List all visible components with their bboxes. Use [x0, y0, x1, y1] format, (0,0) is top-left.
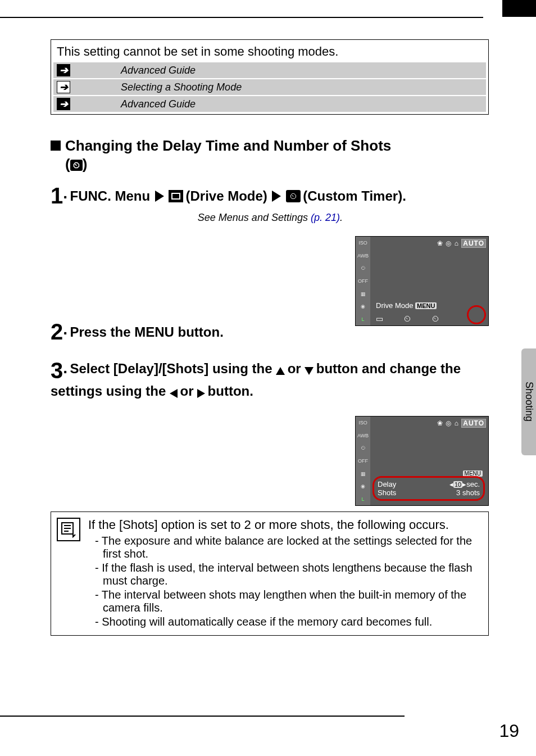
arrow-icon: ➔: [57, 64, 70, 76]
lcd-single-icon: ▭: [376, 314, 383, 323]
lcd-delay-value: ◂10▸sec.: [449, 480, 480, 488]
page-corner-tab: [502, 0, 536, 17]
arrow-down-icon: [305, 367, 314, 375]
lcd-disp-icon: ❀ ◎ ⌂: [437, 239, 461, 247]
step-number: 2: [51, 319, 63, 345]
lcd-shots-row: Shots 3 shots: [378, 488, 480, 497]
lcd-sidebar: ISO AWB ⏲ OFF ▦ ◉ L: [356, 237, 370, 325]
step-text: or: [180, 383, 197, 399]
lcd-delay-label: Delay: [378, 480, 396, 488]
lcd-off-icon: OFF: [358, 278, 368, 284]
lcd-size-icon: L: [361, 496, 364, 502]
info-row-label: Selecting a Shooting Mode: [121, 82, 242, 93]
step-text: button.: [208, 383, 253, 399]
lcd-menu-badge: MENU: [415, 302, 437, 309]
lcd-delay-row: Delay ◂10▸sec.: [378, 480, 480, 488]
arrow-icon: ➔: [57, 98, 70, 110]
step-text: FUNC. Menu: [70, 188, 150, 203]
info-row-label: Advanced Guide: [121, 65, 196, 76]
lcd-timer2-icon: ⏲: [431, 314, 439, 323]
heading-bullet-icon: [51, 141, 61, 151]
note-item: The exposure and white balance are locke…: [88, 535, 483, 560]
lcd-iso-icon: ISO: [358, 240, 367, 246]
step-dot: .: [63, 320, 67, 338]
lcd-off-icon: OFF: [358, 458, 368, 464]
note-body: If the [Shots] option is set to 2 or mor…: [88, 518, 483, 630]
section-heading: Changing the Delay Time and Number of Sh…: [51, 137, 489, 173]
heading-text: Changing the Delay Time and Number of Sh…: [65, 137, 391, 154]
note-item: If the flash is used, the interval betwe…: [88, 562, 483, 587]
section-side-tab: Shooting: [521, 348, 536, 455]
custom-timer-icon: ⏲: [70, 160, 83, 171]
lcd-awb-icon: AWB: [357, 433, 369, 438]
info-row-3: ➔ Advanced Guide: [53, 96, 486, 112]
lcd-auto-badge: AUTO: [461, 239, 486, 248]
lcd-eval-icon: ▦: [361, 291, 366, 297]
triangle-right-icon: [272, 191, 281, 202]
lcd-drivemode-label: Drive Mode MENU: [376, 301, 437, 310]
lcd-top-icons: ❀ ◎ ⌂ AUTO: [437, 419, 486, 428]
info-row-2: ➔ Selecting a Shooting Mode: [53, 79, 486, 95]
step-dot: .: [63, 359, 67, 377]
page-content: This setting cannot be set in some shoot…: [51, 39, 489, 636]
lcd-shots-unit: shots: [462, 488, 480, 497]
lcd-shots-label: Shots: [378, 488, 396, 497]
step-number: 3: [51, 358, 63, 383]
lcd-awb-icon: AWB: [357, 253, 369, 259]
step-text: Select [Delay]/[Shots] using the: [70, 361, 276, 376]
step-dot: .: [63, 184, 67, 202]
side-tab-label: Shooting: [523, 382, 535, 422]
step-1: 1. FUNC. Menu (Drive Mode) ⏲ (Custom Tim…: [51, 183, 489, 209]
custom-timer-icon: ⏲: [286, 190, 301, 202]
lcd-auto-badge: AUTO: [461, 419, 486, 428]
paren-close: ): [83, 156, 88, 173]
lcd-top-icons: ❀ ◎ ⌂ AUTO: [437, 239, 486, 248]
info-row-1: ➔ Advanced Guide: [53, 62, 486, 78]
lcd-drivemode-text: Drive Mode: [376, 301, 413, 310]
see-reference: See Menus and Settings (p. 21).: [51, 212, 489, 224]
lcd-disp-icon: ❀ ◎ ⌂: [437, 419, 461, 427]
arrow-right-icon: [197, 389, 205, 398]
lcd-highlight-circle: [467, 305, 486, 324]
paren-open: (: [65, 156, 70, 173]
lcd-size-icon: L: [361, 316, 364, 322]
lcd-preview-drivemode: ISO AWB ⏲ OFF ▦ ◉ L ❀ ◎ ⌂ AUTO Drive Mod…: [355, 236, 489, 326]
lcd-delay-unit: sec.: [466, 480, 480, 488]
drive-mode-icon: [169, 190, 183, 202]
lcd-preview-customtimer: ISO AWB ⏲ OFF ▦ ◉ L ❀ ◎ ⌂ AUTO MENU Dela…: [355, 416, 489, 506]
step-text: or: [288, 361, 305, 376]
lcd-customtimer-panel: Delay ◂10▸sec. Shots 3 shots: [373, 476, 485, 501]
see-link[interactable]: (p. 21): [311, 212, 340, 223]
step-3: 3. Select [Delay]/[Shots] using the or b…: [51, 358, 489, 399]
note-item: Shooting will automatically cease if the…: [88, 615, 483, 628]
lcd-timer10-icon: ⏲: [403, 314, 411, 323]
lcd-delay-num: 10: [453, 481, 462, 488]
note-box: If the [Shots] option is set to 2 or mor…: [51, 511, 489, 636]
see-suffix: .: [340, 212, 343, 223]
step-number: 1: [51, 183, 63, 209]
lcd-comp-icon: ◉: [361, 483, 365, 489]
lcd-comp-icon: ◉: [361, 304, 365, 309]
lcd-sidebar: ISO AWB ⏲ OFF ▦ ◉ L: [356, 417, 370, 505]
note-item: The interval between shots may lengthen …: [88, 588, 483, 614]
heading-sub: (⏲): [65, 156, 391, 173]
top-rule: [0, 17, 483, 18]
lcd-shots-num: 3: [456, 488, 460, 497]
note-list: The exposure and white balance are locke…: [88, 535, 483, 628]
step-text: (Custom Timer).: [303, 188, 406, 203]
note-icon: [57, 518, 80, 541]
see-prefix: See Menus and Settings: [198, 212, 311, 223]
lcd-timer-icon: ⏲: [361, 265, 366, 271]
lcd-shots-value: 3 shots: [456, 488, 480, 497]
lcd-iso-icon: ISO: [358, 420, 367, 425]
mode-limit-box: This setting cannot be set in some shoot…: [51, 39, 489, 115]
arrow-left-icon: [170, 389, 178, 398]
step-text: (Drive Mode): [186, 188, 267, 203]
note-lead: If the [Shots] option is set to 2 or mor…: [88, 518, 483, 532]
triangle-right-icon: [155, 191, 164, 202]
lcd-timer-icon: ⏲: [361, 445, 366, 451]
arrow-icon: ➔: [57, 81, 70, 93]
arrow-up-icon: [276, 367, 285, 375]
mode-limit-text: This setting cannot be set in some shoot…: [51, 40, 488, 62]
step-text: Press the MENU button.: [70, 324, 223, 339]
